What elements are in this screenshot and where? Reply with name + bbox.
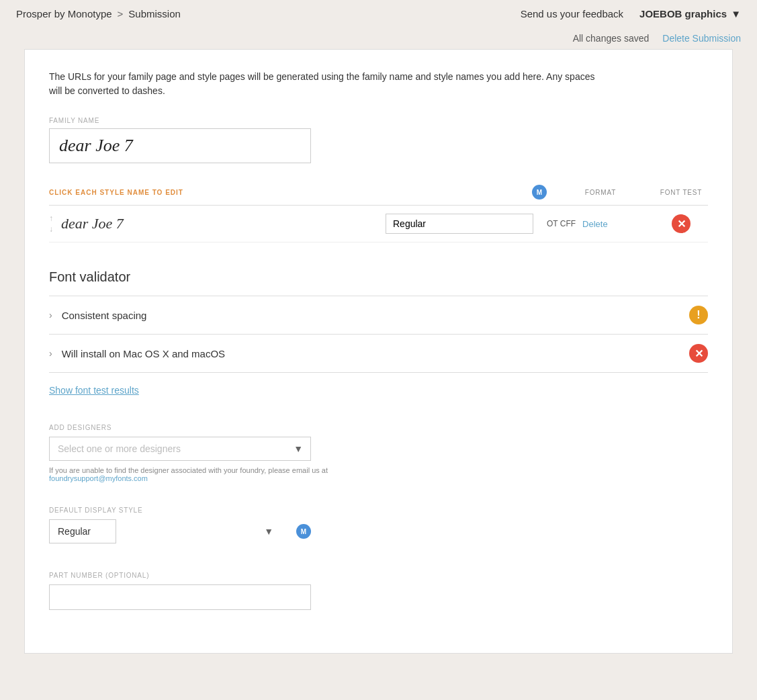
validator-label-spacing: Consistent spacing (62, 310, 689, 321)
validator-error-icon[interactable]: ✕ (689, 344, 708, 363)
user-label: JOEBOB graphics (639, 8, 727, 19)
delete-submission-link[interactable]: Delete Submission (662, 33, 741, 44)
sort-arrows[interactable]: ↑ ↓ (49, 214, 53, 234)
feedback-link[interactable]: Send us your feedback (521, 8, 623, 19)
style-name-input-wrap (386, 214, 533, 234)
status-bar: All changes saved Delete Submission (0, 28, 757, 49)
col-font-test-header: FONT TEST (654, 189, 708, 196)
styles-section: CLICK EACH STYLE NAME TO EDIT M FORMAT F… (49, 185, 708, 243)
designer-select[interactable]: Select one or more designers (49, 437, 311, 461)
monotype-badge: M (532, 185, 547, 200)
display-style-section: DEFAULT DISPLAY STYLE Regular ▼ M (49, 507, 708, 543)
styles-header: CLICK EACH STYLE NAME TO EDIT M FORMAT F… (49, 185, 708, 206)
user-menu[interactable]: JOEBOB graphics ▼ (639, 8, 741, 19)
display-style-chevron-icon: ▼ (264, 526, 273, 537)
display-style-label: DEFAULT DISPLAY STYLE (49, 507, 708, 514)
breadcrumb: Prosper by Monotype > Submission (16, 8, 181, 19)
arrow-up-icon[interactable]: ↑ (49, 214, 53, 223)
click-edit-label: CLICK EACH STYLE NAME TO EDIT (49, 189, 527, 196)
validator-warning-icon[interactable]: ! (689, 306, 708, 324)
display-style-wrap: Regular ▼ M (49, 519, 311, 543)
chevron-right-icon-2[interactable]: › (49, 348, 52, 359)
chevron-right-icon[interactable]: › (49, 310, 52, 320)
style-name-input[interactable] (386, 214, 533, 234)
breadcrumb-part1[interactable]: Prosper by Monotype (16, 8, 112, 19)
description-text: The URLs for your family page and style … (49, 70, 600, 98)
font-validator-title: Font validator (49, 269, 708, 285)
part-number-label: PART NUMBER (OPTIONAL) (49, 572, 708, 579)
display-style-badge: M (296, 524, 311, 539)
designer-hint: If you are unable to find the designer a… (49, 466, 398, 482)
designer-hint-prefix: If you are unable to find the designer a… (49, 466, 328, 474)
select-inner-wrap: Regular ▼ (49, 519, 281, 543)
designers-label: ADD DESIGNERS (49, 424, 708, 431)
family-name-field: FAMILY NAME (49, 117, 708, 163)
table-row: ↑ ↓ dear Joe 7 OT CFF Delete ✕ (49, 206, 708, 243)
style-name-display[interactable]: dear Joe 7 (61, 215, 386, 232)
arrow-down-icon[interactable]: ↓ (49, 224, 53, 234)
designer-hint-email[interactable]: foundrysupport@myfonts.com (49, 474, 148, 482)
format-cell: OT CFF Delete (547, 219, 654, 229)
user-chevron-icon: ▼ (731, 8, 741, 19)
designer-select-wrap: Select one or more designers ▼ (49, 437, 311, 461)
font-test-error-icon[interactable]: ✕ (672, 214, 691, 233)
family-name-label: FAMILY NAME (49, 117, 708, 124)
breadcrumb-separator: > (118, 8, 124, 19)
designers-section: ADD DESIGNERS Select one or more designe… (49, 424, 708, 482)
nav-right: Send us your feedback JOEBOB graphics ▼ (521, 8, 741, 19)
format-badge: OT CFF (547, 219, 576, 228)
display-style-select[interactable]: Regular (49, 519, 116, 543)
top-navigation: Prosper by Monotype > Submission Send us… (0, 0, 757, 28)
main-content: The URLs for your family page and style … (24, 49, 733, 654)
show-font-test-link[interactable]: Show font test results (49, 385, 139, 396)
font-test-cell: ✕ (654, 214, 708, 233)
validator-row-spacing: › Consistent spacing ! (49, 296, 708, 335)
saved-status: All changes saved (573, 33, 650, 44)
delete-style-link[interactable]: Delete (582, 219, 608, 229)
validator-label-macos: Will install on Mac OS X and macOS (62, 348, 689, 359)
breadcrumb-part2[interactable]: Submission (128, 8, 181, 19)
part-number-input[interactable] (49, 584, 311, 610)
part-number-section: PART NUMBER (OPTIONAL) (49, 572, 708, 610)
validator-row-macos: › Will install on Mac OS X and macOS ✕ (49, 335, 708, 373)
col-format-header: FORMAT (547, 189, 654, 196)
font-validator-section: Font validator › Consistent spacing ! › … (49, 269, 708, 396)
family-name-input[interactable] (49, 128, 311, 163)
